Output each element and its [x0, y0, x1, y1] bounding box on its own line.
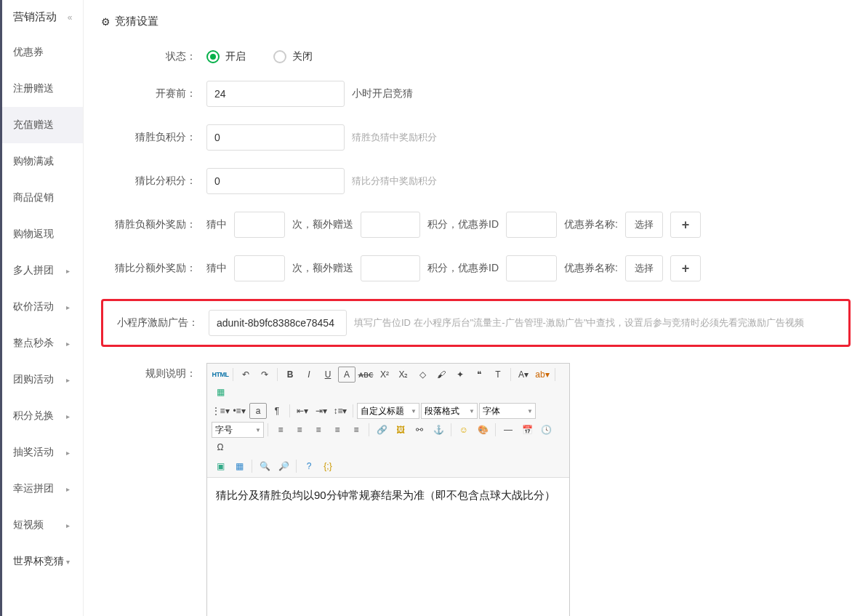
score-extra-select-button[interactable]: 选择: [625, 255, 663, 281]
chevron-right-icon: ▸: [66, 267, 70, 275]
ordered-list-icon[interactable]: ⋮≡▾: [212, 403, 229, 419]
time-icon[interactable]: 🕓: [537, 422, 555, 438]
font-family-select[interactable]: 字体: [479, 403, 536, 419]
bg-color-icon[interactable]: ab▾: [534, 367, 551, 383]
template-icon[interactable]: T: [489, 367, 507, 383]
unlink-icon[interactable]: ⚯: [411, 422, 428, 438]
picture-icon[interactable]: 🖼: [392, 422, 409, 438]
radio-on[interactable]: 开启: [206, 50, 246, 63]
sidebar-item[interactable]: 短视频▸: [0, 507, 83, 543]
editor-body[interactable]: 猜比分及猜胜负均以90分钟常规赛结果为准（即不包含点球大战比分）: [207, 478, 569, 616]
sidebar-item-label: 世界杯竞猜: [13, 555, 64, 568]
sidebar-item[interactable]: 幸运拼团▸: [0, 471, 83, 507]
image-icon[interactable]: ▦: [212, 384, 229, 400]
bold-icon[interactable]: B: [281, 367, 299, 383]
direction-icon[interactable]: ¶: [268, 403, 286, 419]
help-icon[interactable]: ?: [300, 458, 318, 474]
sidebar-item[interactable]: 商品促销: [0, 180, 83, 216]
input-win-extra-times[interactable]: [234, 212, 285, 238]
sidebar-item[interactable]: 购物返现: [0, 216, 83, 252]
align-left-icon[interactable]: ≡: [272, 422, 289, 438]
input-win-extra-points[interactable]: [361, 212, 420, 238]
zoom-icon[interactable]: 🔎: [275, 458, 292, 474]
sidebar-item[interactable]: 购物满减: [0, 143, 83, 180]
omega-icon[interactable]: Ω: [212, 439, 229, 455]
editor-html-button[interactable]: HTML: [212, 367, 229, 383]
hr-icon[interactable]: —: [499, 422, 517, 438]
align-center-icon[interactable]: ≡: [291, 422, 308, 438]
sidebar-item[interactable]: 抽奖活动▸: [0, 434, 83, 471]
sidebar-header: 营销活动 «: [0, 0, 83, 34]
collapse-icon[interactable]: «: [64, 12, 76, 23]
hint-score-pts: 猜比分猜中奖励积分: [352, 175, 437, 188]
anchor-icon[interactable]: ⚓: [430, 422, 447, 438]
main-content: ⚙ 竞猜设置 状态： 开启 关闭 开赛前： 小时开启竞猜: [84, 0, 868, 616]
outdent-icon[interactable]: ⇥▾: [313, 403, 330, 419]
input-score-pts[interactable]: [206, 168, 345, 194]
win-extra-select-button[interactable]: 选择: [625, 212, 663, 238]
sidebar-item[interactable]: 积分兑换▸: [0, 398, 83, 434]
para-format-select[interactable]: 段落格式: [421, 403, 478, 419]
input-score-extra-times[interactable]: [234, 255, 285, 281]
date-icon[interactable]: 📅: [518, 422, 536, 438]
sidebar-item[interactable]: 整点秒杀▸: [0, 325, 83, 361]
rich-editor: HTML ↶ ↷ B I U A ᴀʙᴄ X² X₂ ◇ 🖌: [206, 363, 570, 616]
sidebar-item[interactable]: 多人拼团▸: [0, 252, 83, 289]
input-win-pts[interactable]: [206, 124, 345, 151]
format-icon[interactable]: ✦: [451, 367, 469, 383]
video-icon[interactable]: ▣: [212, 458, 229, 474]
label-score-pts: 猜比分积分：: [101, 175, 206, 188]
italic-icon[interactable]: I: [300, 367, 318, 383]
superscript-icon[interactable]: X²: [376, 367, 393, 383]
strike-icon[interactable]: ᴀʙᴄ: [357, 367, 374, 383]
code-icon[interactable]: {;}: [319, 458, 337, 474]
sidebar-item[interactable]: 世界杯竞猜▾: [0, 543, 83, 580]
sidebar-item[interactable]: 砍价活动▸: [0, 289, 83, 325]
redo-icon[interactable]: ↷: [256, 367, 273, 383]
sidebar-item[interactable]: 团购活动▸: [0, 361, 83, 398]
align-right-icon[interactable]: ≡: [310, 422, 327, 438]
font-icon[interactable]: A: [338, 367, 355, 383]
char-icon[interactable]: a: [249, 403, 267, 419]
label-win-pts: 猜胜负积分：: [101, 131, 206, 144]
link-icon[interactable]: 🔗: [373, 422, 390, 438]
input-ad[interactable]: [209, 310, 347, 336]
line-height-icon[interactable]: ↕≡▾: [331, 403, 349, 419]
custom-heading-select[interactable]: 自定义标题: [357, 403, 419, 419]
undo-icon[interactable]: ↶: [237, 367, 254, 383]
indent-icon[interactable]: ⇤▾: [294, 403, 311, 419]
win-extra-prefix: 猜中: [206, 218, 227, 231]
text-color-icon[interactable]: A▾: [515, 367, 532, 383]
brush-icon[interactable]: 🖌: [433, 367, 450, 383]
input-score-extra-points[interactable]: [361, 255, 420, 281]
align-dist-icon[interactable]: ≡: [347, 422, 365, 438]
quote-icon[interactable]: ❝: [470, 367, 488, 383]
sidebar-item-label: 购物返现: [13, 228, 54, 241]
input-score-extra-coupon-id[interactable]: [506, 255, 557, 281]
score-extra-add-button[interactable]: +: [670, 255, 701, 281]
table-icon[interactable]: ▦: [230, 458, 248, 474]
page-title-text: 竞猜设置: [115, 15, 158, 28]
sidebar-item[interactable]: 优惠券: [0, 34, 83, 71]
label-win-extra: 猜胜负额外奖励：: [101, 218, 206, 231]
row-ad: 小程序激励广告： 填写广告位ID 在小程序后台"流量主-广告管理-激励广告"中查…: [103, 310, 848, 336]
win-extra-add-button[interactable]: +: [670, 212, 701, 238]
sidebar-item-label: 幸运拼团: [13, 482, 54, 495]
radio-off[interactable]: 关闭: [273, 50, 313, 63]
unordered-list-icon[interactable]: •≡▾: [230, 403, 248, 419]
align-justify-icon[interactable]: ≡: [329, 422, 346, 438]
chevron-right-icon: ▸: [66, 449, 70, 457]
subscript-icon[interactable]: X₂: [395, 367, 412, 383]
search-icon[interactable]: 🔍: [256, 458, 273, 474]
sidebar-item[interactable]: 充值赠送: [0, 107, 83, 143]
input-before[interactable]: [206, 81, 345, 107]
paint-icon[interactable]: 🎨: [474, 422, 491, 438]
font-size-select[interactable]: 字号: [212, 422, 264, 438]
sidebar-item[interactable]: 注册赠送: [0, 71, 83, 107]
radio-off-label: 关闭: [292, 50, 313, 63]
input-win-extra-coupon-id[interactable]: [506, 212, 557, 238]
eraser-icon[interactable]: ◇: [414, 367, 431, 383]
emoji-icon[interactable]: ☺: [455, 422, 473, 438]
page-title: ⚙ 竞猜设置: [101, 15, 851, 28]
underline-icon[interactable]: U: [319, 367, 337, 383]
